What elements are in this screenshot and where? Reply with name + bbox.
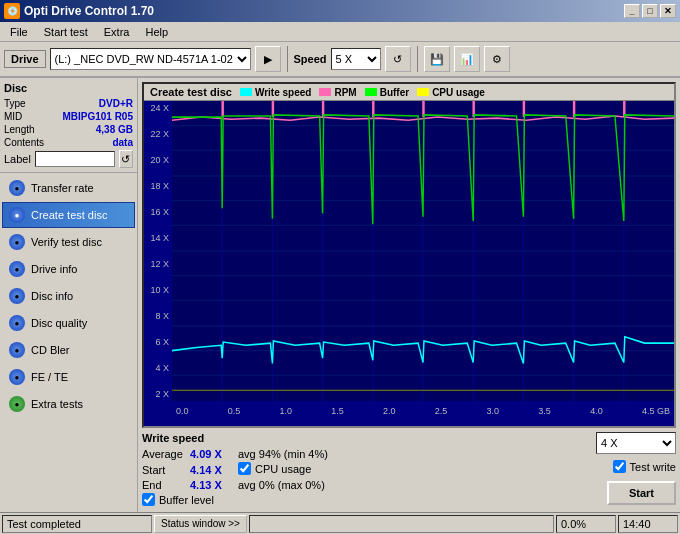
chart-area	[172, 101, 674, 401]
nav-fe-te-label: FE / TE	[31, 371, 68, 383]
buffer-checkbox[interactable]	[142, 493, 155, 506]
disc-panel: Disc Type DVD+R MID MBIPG101 R05 Length …	[0, 78, 137, 173]
app-icon: 💿	[4, 3, 20, 19]
nav-create-test-disc[interactable]: ● Create test disc	[2, 202, 135, 228]
nav-drive-info[interactable]: ● Drive info	[2, 256, 135, 282]
nav-extra-tests[interactable]: ● Extra tests	[2, 391, 135, 417]
status-percentage: 0.0%	[556, 515, 616, 533]
type-value: DVD+R	[99, 98, 133, 109]
menu-file[interactable]: File	[2, 24, 36, 40]
menu-bar: File Start test Extra Help	[0, 22, 680, 42]
refresh-button[interactable]: ↺	[385, 46, 411, 72]
disc-label-label: Label	[4, 153, 31, 165]
close-button[interactable]: ✕	[660, 4, 676, 18]
nav-disc-info-label: Disc info	[31, 290, 73, 302]
window-controls: _ □ ✕	[624, 4, 676, 18]
y-axis-labels: 24 X 22 X 20 X 18 X 16 X 14 X 12 X 10 X …	[144, 101, 172, 401]
legend-write-speed: Write speed	[240, 87, 312, 98]
toolbar-separator	[287, 46, 288, 72]
y-label-14: 14 X	[144, 233, 172, 243]
burn-speed-select[interactable]: 4 X	[596, 432, 676, 454]
buffer-level-label: Buffer level	[159, 494, 214, 506]
legend-rpm-color	[319, 88, 331, 96]
x-label-45gb: 4.5 GB	[642, 406, 670, 416]
average-label: Average	[142, 448, 182, 460]
status-test-completed: Test completed	[2, 515, 152, 533]
nav-drive-info-label: Drive info	[31, 263, 77, 275]
disc-quality-icon: ●	[9, 315, 25, 331]
y-label-10: 10 X	[144, 285, 172, 295]
nav-cd-bler-label: CD Bler	[31, 344, 70, 356]
nav-verify-test-disc-label: Verify test disc	[31, 236, 102, 248]
legend-write-speed-color	[240, 88, 252, 96]
fe-te-icon: ●	[9, 369, 25, 385]
app-title: Opti Drive Control 1.70	[24, 4, 154, 18]
time-text: 14:40	[623, 518, 651, 530]
disc-mid-row: MID MBIPG101 R05	[4, 111, 133, 122]
nav-transfer-rate-label: Transfer rate	[31, 182, 94, 194]
nav-disc-info[interactable]: ● Disc info	[2, 283, 135, 309]
drive-label: Drive	[4, 50, 46, 68]
maximize-button[interactable]: □	[642, 4, 658, 18]
nav-verify-test-disc[interactable]: ● Verify test disc	[2, 229, 135, 255]
chart-button[interactable]: 📊	[454, 46, 480, 72]
average-detail: avg 94% (min 4%)	[238, 448, 328, 460]
stats-right: 4 X Test write Start	[596, 432, 676, 508]
minimize-button[interactable]: _	[624, 4, 640, 18]
nav-create-test-disc-label: Create test disc	[31, 209, 107, 221]
y-label-4: 4 X	[144, 363, 172, 373]
settings-button[interactable]: ⚙	[484, 46, 510, 72]
sidebar: Disc Type DVD+R MID MBIPG101 R05 Length …	[0, 78, 138, 512]
disc-panel-title: Disc	[4, 82, 133, 94]
y-label-12: 12 X	[144, 259, 172, 269]
length-label: Length	[4, 124, 35, 135]
legend-cpu-label: CPU usage	[432, 87, 485, 98]
average-value: 4.09 X	[190, 448, 230, 460]
legend-rpm-label: RPM	[334, 87, 356, 98]
label-input[interactable]	[35, 151, 115, 167]
length-value: 4,38 GB	[96, 124, 133, 135]
cpu-checkbox[interactable]	[238, 462, 251, 475]
toolbar-separator-2	[417, 46, 418, 72]
drive-select[interactable]: (L:) _NEC DVD_RW ND-4571A 1-02	[50, 48, 251, 70]
save-button[interactable]: 💾	[424, 46, 450, 72]
legend-cpu: CPU usage	[417, 87, 485, 98]
nav-extra-tests-label: Extra tests	[31, 398, 83, 410]
y-label-2: 2 X	[144, 389, 172, 399]
legend-buffer: Buffer	[365, 87, 409, 98]
test-write-checkbox[interactable]	[613, 460, 626, 473]
chart-body: 24 X 22 X 20 X 18 X 16 X 14 X 12 X 10 X …	[144, 101, 674, 421]
status-window-button[interactable]: Status window >>	[154, 515, 247, 533]
toolbar: Drive (L:) _NEC DVD_RW ND-4571A 1-02 ▶ S…	[0, 42, 680, 78]
menu-extra[interactable]: Extra	[96, 24, 138, 40]
nav-fe-te[interactable]: ● FE / TE	[2, 364, 135, 390]
legend-buffer-color	[365, 88, 377, 96]
disc-length-row: Length 4,38 GB	[4, 124, 133, 135]
y-label-6: 6 X	[144, 337, 172, 347]
drive-info-icon: ●	[9, 261, 25, 277]
drive-arrow-button[interactable]: ▶	[255, 46, 281, 72]
menu-help[interactable]: Help	[137, 24, 176, 40]
end-label: End	[142, 479, 182, 491]
extra-tests-icon: ●	[9, 396, 25, 412]
nav-disc-quality-label: Disc quality	[31, 317, 87, 329]
legend-cpu-color	[417, 88, 429, 96]
menu-start-test[interactable]: Start test	[36, 24, 96, 40]
chart-title-text: Create test disc	[150, 86, 232, 98]
type-label: Type	[4, 98, 26, 109]
start-button[interactable]: Start	[607, 481, 676, 505]
speed-select[interactable]: 5 X	[331, 48, 381, 70]
cpu-label: CPU usage	[255, 463, 311, 475]
speed-label: Speed	[294, 53, 327, 65]
x-label-0: 0.0	[176, 406, 189, 416]
label-refresh-button[interactable]: ↺	[119, 150, 133, 168]
y-label-16: 16 X	[144, 207, 172, 217]
nav-transfer-rate[interactable]: ● Transfer rate	[2, 175, 135, 201]
nav-cd-bler[interactable]: ● CD Bler	[2, 337, 135, 363]
stats-left: Write speed Average 4.09 X avg 94% (min …	[142, 432, 588, 508]
title-bar: 💿 Opti Drive Control 1.70 _ □ ✕	[0, 0, 680, 22]
legend-rpm: RPM	[319, 87, 356, 98]
cd-bler-icon: ●	[9, 342, 25, 358]
nav-disc-quality[interactable]: ● Disc quality	[2, 310, 135, 336]
x-label-05: 0.5	[228, 406, 241, 416]
